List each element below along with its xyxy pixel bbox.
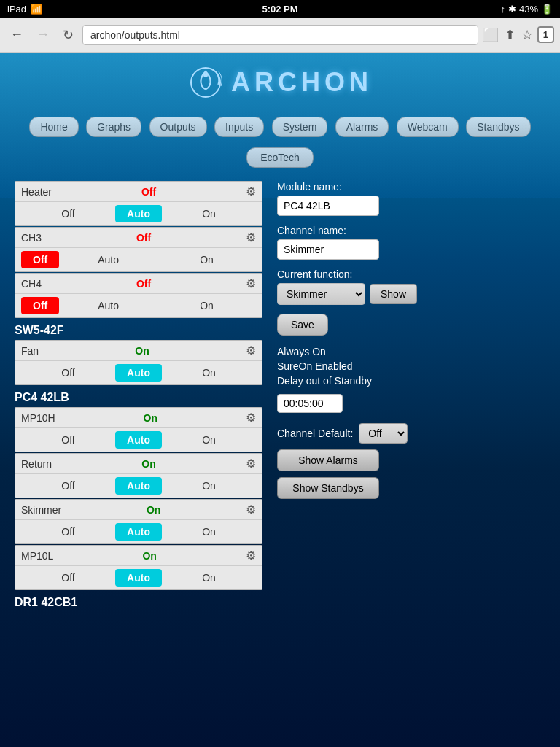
gear-icon-fan[interactable]: ⚙ <box>246 344 256 357</box>
channel-name-input[interactable] <box>277 239 379 260</box>
gear-icon-skimmer[interactable]: ⚙ <box>246 503 256 516</box>
gear-icon-return[interactable]: ⚙ <box>246 457 256 471</box>
channel-status-return: On <box>141 458 155 470</box>
channel-controls-return: Off Auto On <box>15 474 262 498</box>
nav-bar: Home Graphs Outputs Inputs System Alarms… <box>0 109 560 142</box>
channel-row-ch3: CH3 Off ⚙ Off Auto On <box>15 227 262 272</box>
channel-name-return: Return <box>21 458 52 470</box>
delay-time-input[interactable] <box>277 394 343 413</box>
auto-btn-heater[interactable]: Auto <box>115 205 162 222</box>
function-select[interactable]: Skimmer Always On Return Pump Heater Fan… <box>277 283 365 305</box>
auto-btn-skimmer[interactable]: Auto <box>115 523 162 541</box>
off-btn-fan[interactable]: Off <box>21 364 115 382</box>
channel-status-ch3: Off <box>136 232 151 244</box>
auto-btn-ch4[interactable]: Auto <box>59 297 158 314</box>
nav-system[interactable]: System <box>272 117 328 137</box>
channel-row-fan: Fan On ⚙ Off Auto On <box>15 340 262 385</box>
channel-row-mp10h: MP10H On ⚙ Off Auto On <box>15 407 262 452</box>
share-icon[interactable]: ⬆ <box>505 27 516 43</box>
gear-icon-mp10l[interactable]: ⚙ <box>246 549 256 562</box>
back-button[interactable]: ← <box>6 26 28 44</box>
channel-status-mp10l: On <box>142 550 156 562</box>
auto-btn-ch3[interactable]: Auto <box>59 251 158 268</box>
module-label-sw5: SW5-42F <box>15 321 262 340</box>
wifi-icon: 📶 <box>31 4 42 15</box>
channel-top-return: Return On ⚙ <box>15 454 262 474</box>
gear-icon-ch4[interactable]: ⚙ <box>246 276 256 290</box>
off-btn-return[interactable]: Off <box>21 477 115 495</box>
gear-icon-ch3[interactable]: ⚙ <box>246 231 256 244</box>
off-btn-heater[interactable]: Off <box>21 205 115 222</box>
header: ARCHON <box>0 53 560 109</box>
svg-point-1 <box>203 73 208 77</box>
delay-row: Delay out of Standby <box>277 375 545 387</box>
on-btn-mp10l[interactable]: On <box>162 569 256 587</box>
channel-name-fan: Fan <box>21 345 39 357</box>
nav-inputs[interactable]: Inputs <box>214 117 264 137</box>
show-standbys-button[interactable]: Show Standbys <box>277 477 379 499</box>
sure-on-row: SureOn Enabled <box>277 360 545 372</box>
nav-outputs[interactable]: Outputs <box>149 117 207 137</box>
battery-icon: 🔋 <box>541 4 553 15</box>
channel-default-label: Channel Default: <box>277 427 353 439</box>
show-function-button[interactable]: Show <box>370 284 417 304</box>
logo-container: ARCHON <box>187 64 373 101</box>
nav-alarms[interactable]: Alarms <box>335 117 389 137</box>
logo-text: ARCHON <box>231 67 373 98</box>
page-content: ARCHON Home Graphs Outputs Inputs System… <box>0 53 560 747</box>
forward-button[interactable]: → <box>32 26 54 44</box>
auto-btn-fan[interactable]: Auto <box>115 364 162 382</box>
on-btn-return[interactable]: On <box>162 477 256 495</box>
ecotech-button[interactable]: EcoTech <box>246 147 314 168</box>
channel-status-skimmer: On <box>147 504 160 516</box>
on-btn-ch3[interactable]: On <box>158 251 256 268</box>
show-alarms-button[interactable]: Show Alarms <box>277 449 379 471</box>
nav-standbys[interactable]: Standbys <box>466 117 530 137</box>
off-btn-mp10l[interactable]: Off <box>21 569 115 587</box>
reload-button[interactable]: ↻ <box>58 26 78 44</box>
nav-webcam[interactable]: Webcam <box>397 117 459 137</box>
ecotech-container: EcoTech <box>0 142 560 174</box>
channel-name-heater: Heater <box>21 186 52 198</box>
channel-top-ch3: CH3 Off ⚙ <box>15 228 262 248</box>
auto-btn-mp10h[interactable]: Auto <box>115 431 162 449</box>
channel-default-select[interactable]: Off On Auto <box>359 423 408 444</box>
channel-top-heater: Heater Off ⚙ <box>15 182 262 202</box>
channel-top-ch4: CH4 Off ⚙ <box>15 274 262 294</box>
on-btn-fan[interactable]: On <box>162 364 256 382</box>
on-btn-heater[interactable]: On <box>162 205 256 222</box>
off-btn-skimmer[interactable]: Off <box>21 523 115 541</box>
screen-icon[interactable]: ⬜ <box>483 27 499 43</box>
left-panel: Heater Off ⚙ Off Auto On CH3 Off <box>15 181 262 612</box>
location-icon: ↑ <box>500 4 505 15</box>
channel-row-mp10l: MP10L On ⚙ Off Auto On <box>15 545 262 590</box>
auto-btn-mp10l[interactable]: Auto <box>115 569 162 587</box>
save-button[interactable]: Save <box>277 314 328 336</box>
channel-controls-mp10h: Off Auto On <box>15 428 262 452</box>
module-section-initial: Heater Off ⚙ Off Auto On CH3 Off <box>15 181 262 318</box>
always-on-text: Always On <box>277 346 326 357</box>
module-section-sw5: SW5-42F Fan On ⚙ Off Auto On <box>15 321 262 385</box>
nav-home[interactable]: Home <box>29 117 78 137</box>
browser-bar: ← → ↻ ⬜ ⬆ ☆ 1 <box>0 18 560 53</box>
bookmark-icon[interactable]: ☆ <box>521 27 533 43</box>
channel-name-ch3: CH3 <box>21 232 42 244</box>
url-bar[interactable] <box>82 25 478 45</box>
module-section-pc4: PC4 42LB MP10H On ⚙ Off Auto On <box>15 388 262 590</box>
module-name-input[interactable] <box>277 196 379 216</box>
on-btn-ch4[interactable]: On <box>158 297 256 314</box>
off-btn-ch3[interactable]: Off <box>21 251 59 268</box>
on-btn-mp10h[interactable]: On <box>162 431 256 449</box>
tab-count[interactable]: 1 <box>537 26 554 43</box>
gear-icon-heater[interactable]: ⚙ <box>246 185 256 198</box>
gear-icon-mp10h[interactable]: ⚙ <box>246 411 256 425</box>
status-left: iPad 📶 <box>7 4 42 15</box>
channel-row-heater: Heater Off ⚙ Off Auto On <box>15 181 262 226</box>
channel-status-mp10h: On <box>144 412 158 424</box>
nav-graphs[interactable]: Graphs <box>86 117 141 137</box>
off-btn-mp10h[interactable]: Off <box>21 431 115 449</box>
off-btn-ch4[interactable]: Off <box>21 297 59 314</box>
on-btn-skimmer[interactable]: On <box>162 523 256 541</box>
status-bar: iPad 📶 5:02 PM ↑ ✱ 43% 🔋 <box>0 0 560 18</box>
auto-btn-return[interactable]: Auto <box>115 477 162 495</box>
